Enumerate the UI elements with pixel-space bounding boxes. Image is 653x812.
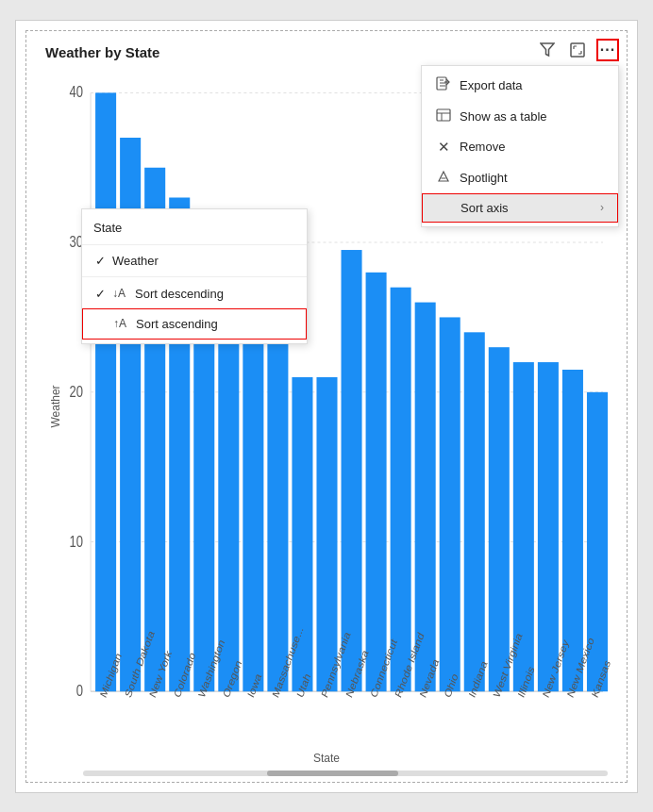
sort-desc-icon: ↓A xyxy=(112,286,126,302)
more-options-button[interactable]: ··· xyxy=(596,39,619,61)
sort-axis-chevron-icon: › xyxy=(600,201,604,214)
svg-text:20: 20 xyxy=(70,383,83,400)
menu-item-export-data-label: Export data xyxy=(460,78,523,92)
sort-submenu-item-weather-label: Weather xyxy=(112,254,159,268)
main-context-menu: Export data Show as a table ✕ Remove xyxy=(421,65,619,227)
chart-inner: ··· Weather by State Weather 40 30 20 xyxy=(25,30,628,783)
x-axis-label: State xyxy=(313,752,340,765)
chart-container: ··· Weather by State Weather 40 30 20 xyxy=(15,20,638,793)
weather-checkmark-icon: ✓ xyxy=(93,254,107,268)
sort-submenu-item-weather[interactable]: ✓ Weather xyxy=(82,247,307,274)
svg-text:10: 10 xyxy=(70,533,83,550)
svg-rect-0 xyxy=(571,43,584,57)
sort-submenu-item-descending[interactable]: ✓ ↓A Sort descending xyxy=(82,279,307,308)
svg-rect-21 xyxy=(316,376,337,690)
svg-rect-30 xyxy=(538,362,559,691)
spotlight-icon xyxy=(435,169,452,187)
sort-submenu-divider2 xyxy=(82,276,307,277)
desc-checkmark-icon: ✓ xyxy=(93,287,107,301)
sort-submenu-item-descending-label: Sort descending xyxy=(135,287,224,301)
sort-submenu-divider xyxy=(82,244,307,245)
svg-rect-22 xyxy=(342,250,362,691)
svg-rect-12 xyxy=(95,92,116,691)
menu-item-sort-axis-label: Sort axis xyxy=(460,201,509,215)
sort-submenu: State ✓ Weather ✓ ↓A Sort descending xyxy=(81,208,308,344)
svg-text:↓A: ↓A xyxy=(112,287,126,299)
show-table-icon xyxy=(435,108,452,125)
svg-rect-19 xyxy=(267,287,288,691)
svg-text:↑A: ↑A xyxy=(113,317,126,329)
svg-rect-28 xyxy=(489,347,510,691)
menu-item-export-data[interactable]: Export data xyxy=(422,70,618,101)
scroll-bar[interactable] xyxy=(83,771,608,776)
svg-text:40: 40 xyxy=(70,84,83,101)
chart-title: Weather by State xyxy=(45,44,159,60)
svg-rect-24 xyxy=(391,287,411,691)
filter-icon[interactable] xyxy=(536,39,559,61)
sort-submenu-item-ascending-label: Sort ascending xyxy=(136,317,218,331)
menu-item-show-as-table[interactable]: Show as a table xyxy=(422,101,618,132)
svg-rect-55 xyxy=(437,109,450,121)
menu-item-show-as-table-label: Show as a table xyxy=(460,109,547,124)
asc-checkmark-icon xyxy=(94,317,108,331)
svg-text:0: 0 xyxy=(76,682,83,699)
menu-item-remove-label: Remove xyxy=(460,140,505,154)
toolbar: ··· xyxy=(536,39,619,61)
menu-item-remove[interactable]: ✕ Remove xyxy=(422,132,618,162)
svg-rect-26 xyxy=(440,317,460,691)
svg-rect-27 xyxy=(464,332,485,691)
menu-item-spotlight-label: Spotlight xyxy=(460,171,508,185)
scroll-thumb[interactable] xyxy=(267,771,398,776)
menu-item-sort-axis[interactable]: Sort axis › xyxy=(422,193,618,223)
export-data-icon xyxy=(435,76,452,94)
menu-item-spotlight[interactable]: Spotlight xyxy=(422,162,618,193)
expand-icon[interactable] xyxy=(566,39,589,61)
remove-icon: ✕ xyxy=(435,139,452,156)
sort-submenu-item-ascending[interactable]: ↑A Sort ascending xyxy=(82,308,307,340)
sort-submenu-header: State xyxy=(82,213,307,242)
sort-asc-icon: ↑A xyxy=(113,316,126,332)
svg-rect-23 xyxy=(366,272,387,690)
